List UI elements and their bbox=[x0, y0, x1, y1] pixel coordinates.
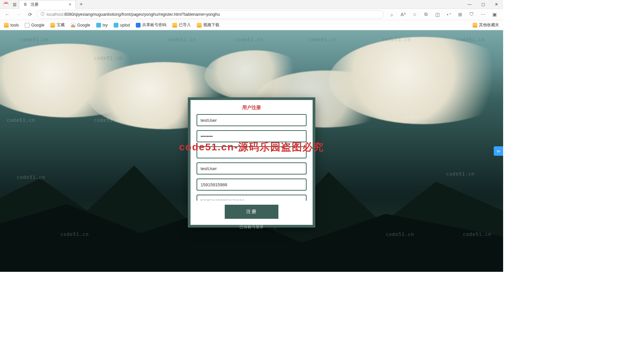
google-icon: G bbox=[71, 23, 75, 28]
bookmark-baozang[interactable]: 宝藏 bbox=[49, 21, 66, 29]
bookmarks-bar: tools Google 宝藏 GGoogle txy uplod 共享账号密码… bbox=[0, 20, 503, 30]
cloud-icon bbox=[114, 23, 118, 28]
page-icon: 🗎 bbox=[23, 2, 28, 7]
browser-tab[interactable]: 🗎 注册 × bbox=[19, 0, 76, 9]
site-info-icon[interactable]: ⓘ bbox=[41, 11, 45, 17]
window-close-button[interactable]: ✕ bbox=[490, 0, 503, 9]
phone-input[interactable] bbox=[197, 179, 307, 191]
more-icon[interactable]: ⋯ bbox=[479, 10, 487, 18]
text-size-icon[interactable]: Aᴬ bbox=[399, 10, 407, 18]
password-input[interactable] bbox=[197, 130, 307, 142]
cloud-icon bbox=[96, 23, 101, 28]
bookmark-google-g[interactable]: GGoogle bbox=[69, 22, 92, 28]
profile-avatar[interactable] bbox=[3, 2, 9, 7]
collections-icon[interactable]: ⊞ bbox=[456, 10, 464, 18]
folder-icon bbox=[4, 23, 9, 28]
url-text: localhost:8080/qiyexiangmuguanlixitong/f… bbox=[47, 12, 380, 17]
register-modal: 用户注册 注册 bbox=[188, 97, 315, 228]
folder-icon bbox=[473, 23, 477, 28]
login-link[interactable]: 已有账号登录 bbox=[239, 224, 264, 230]
confirm-password-input[interactable] bbox=[197, 146, 307, 158]
read-aloud-icon[interactable]: ⌕ bbox=[388, 10, 396, 18]
bookmark-google-page[interactable]: Google bbox=[23, 22, 46, 28]
idcard-input[interactable] bbox=[197, 195, 307, 201]
tab-close-icon[interactable]: × bbox=[69, 2, 71, 7]
url-input[interactable]: ⓘ localhost:8080/qiyexiangmuguanlixitong… bbox=[37, 10, 384, 19]
favorite-icon[interactable]: ☆ bbox=[411, 10, 419, 18]
bookmark-tools[interactable]: tools bbox=[3, 22, 20, 28]
side-panel-icon[interactable]: ▣ bbox=[490, 10, 498, 18]
bookmark-shared-accounts[interactable]: 共享账号密码 bbox=[135, 21, 168, 29]
register-button[interactable]: 注册 bbox=[225, 205, 278, 219]
register-title: 用户注册 bbox=[197, 105, 307, 111]
bookmark-video-download[interactable]: 视频下载 bbox=[196, 21, 221, 29]
nickname-input[interactable] bbox=[197, 162, 307, 174]
bookmark-imported[interactable]: 已导入 bbox=[171, 21, 192, 29]
split-screen-icon[interactable]: ◫ bbox=[433, 10, 441, 18]
titlebar: ▥ 🗎 注册 × ＋ — ▢ ✕ bbox=[0, 0, 503, 9]
page-viewport: code51.cn code51.cn code51.cn code51.cn … bbox=[0, 30, 503, 272]
folder-icon bbox=[172, 23, 177, 28]
bookmark-uplod[interactable]: uplod bbox=[112, 22, 131, 28]
bookmark-other-folder[interactable]: 其他收藏夹 bbox=[471, 21, 500, 29]
back-button[interactable]: ← bbox=[3, 10, 12, 19]
folder-icon bbox=[197, 23, 202, 28]
extensions-icon[interactable]: ⧉ bbox=[422, 10, 430, 18]
page-icon bbox=[25, 23, 30, 28]
tab-title: 注册 bbox=[31, 2, 39, 7]
shield-icon[interactable]: ⛉ bbox=[468, 10, 476, 18]
window-minimize-button[interactable]: — bbox=[463, 0, 476, 9]
reload-button[interactable]: ⟳ bbox=[25, 10, 35, 19]
bookmark-txy[interactable]: txy bbox=[95, 22, 109, 28]
username-input[interactable] bbox=[197, 114, 307, 126]
side-handle-icon[interactable]: ∞ bbox=[494, 146, 503, 156]
folder-icon bbox=[50, 23, 55, 28]
favorites-list-icon[interactable]: ⋆⁺ bbox=[445, 10, 453, 18]
new-tab-button[interactable]: ＋ bbox=[78, 1, 84, 8]
window-maximize-button[interactable]: ▢ bbox=[476, 0, 490, 9]
workspaces-icon[interactable]: ▥ bbox=[12, 2, 17, 7]
share-icon bbox=[136, 23, 141, 28]
forward-button: → bbox=[14, 10, 23, 19]
address-bar: ← → ⟳ ⓘ localhost:8080/qiyexiangmuguanli… bbox=[0, 9, 503, 20]
